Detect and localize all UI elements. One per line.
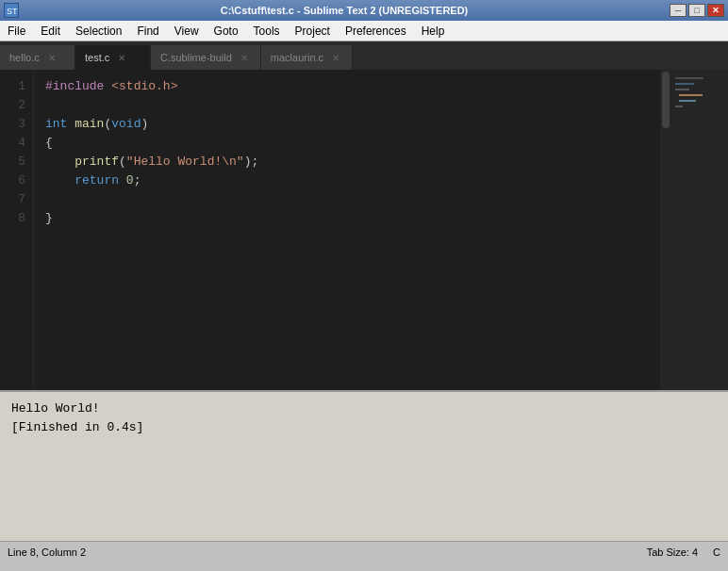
- maximize-button[interactable]: □: [688, 4, 705, 17]
- minimap[interactable]: [671, 70, 728, 390]
- title-bar: ST C:\Cstuff\test.c - Sublime Text 2 (UN…: [0, 0, 728, 21]
- editor-container: 1 2 3 4 5 6 7 8 #include <stdio.h> int m…: [0, 70, 728, 390]
- output-line-2: [Finished in 0.4s]: [11, 418, 717, 437]
- tab-hello-c[interactable]: hello.c ✕: [0, 45, 75, 70]
- tab-close-sublime-build[interactable]: ✕: [238, 51, 251, 64]
- menu-edit[interactable]: Edit: [33, 21, 68, 41]
- scrollbar-thumb[interactable]: [662, 72, 670, 128]
- menu-tools[interactable]: Tools: [246, 21, 288, 41]
- tab-label-hello-c: hello.c: [9, 52, 40, 63]
- line-num-4: 4: [8, 134, 25, 153]
- tab-bar: hello.c ✕ test.c ✕ C.sublime-build ✕ mac…: [0, 41, 728, 70]
- menu-bar: File Edit Selection Find View Goto Tools…: [0, 21, 728, 41]
- line-num-6: 6: [8, 171, 25, 190]
- code-line-6: return 0;: [45, 171, 649, 190]
- code-line-4: {: [45, 134, 649, 153]
- code-line-1: #include <stdio.h>: [45, 77, 649, 96]
- code-line-2: [45, 96, 649, 115]
- minimize-button[interactable]: ─: [670, 4, 687, 17]
- app-icon: ST: [4, 3, 19, 18]
- code-line-8: }: [45, 209, 649, 228]
- svg-rect-7: [679, 100, 696, 102]
- tab-label-sublime-build: C.sublime-build: [160, 52, 232, 63]
- menu-preferences[interactable]: Preferences: [338, 21, 414, 41]
- line-num-2: 2: [8, 96, 25, 115]
- minimap-svg: [673, 73, 726, 130]
- line-num-8: 8: [8, 209, 25, 228]
- cursor-position: Line 8, Column 2: [8, 547, 86, 558]
- code-line-3: int main(void): [45, 115, 649, 134]
- menu-view[interactable]: View: [167, 21, 207, 41]
- close-button[interactable]: ✕: [707, 4, 724, 17]
- line-num-3: 3: [8, 115, 25, 134]
- svg-rect-4: [675, 83, 694, 85]
- menu-project[interactable]: Project: [288, 21, 338, 41]
- status-left: Line 8, Column 2: [8, 547, 86, 558]
- line-num-7: 7: [8, 190, 25, 209]
- svg-rect-6: [679, 94, 703, 96]
- code-line-5: printf("Hello World!\n");: [45, 153, 649, 171]
- output-panel: Hello World! [Finished in 0.4s]: [0, 390, 728, 541]
- menu-file[interactable]: File: [0, 21, 33, 41]
- window-title: C:\Cstuff\test.c - Sublime Text 2 (UNREG…: [23, 5, 666, 16]
- status-right: Tab Size: 4 C: [647, 547, 720, 558]
- code-editor[interactable]: #include <stdio.h> int main(void) { prin…: [34, 70, 660, 390]
- scrollbar[interactable]: [660, 70, 671, 390]
- output-line-1: Hello World!: [11, 400, 717, 418]
- svg-text:ST: ST: [7, 7, 18, 16]
- tab-size: Tab Size: 4: [647, 547, 698, 558]
- tab-label-test-c: test.c: [85, 52, 109, 63]
- tab-close-maclaurin-c[interactable]: ✕: [329, 51, 342, 64]
- window-controls: ─ □ ✕: [670, 4, 724, 17]
- line-num-1: 1: [8, 77, 25, 96]
- tab-close-test-c[interactable]: ✕: [115, 51, 128, 64]
- menu-goto[interactable]: Goto: [207, 21, 246, 41]
- tab-label-maclaurin-c: maclaurin.c: [271, 52, 323, 63]
- tab-sublime-build[interactable]: C.sublime-build ✕: [151, 45, 261, 70]
- svg-rect-8: [675, 106, 683, 107]
- line-numbers: 1 2 3 4 5 6 7 8: [0, 70, 34, 390]
- line-num-5: 5: [8, 153, 25, 171]
- svg-rect-5: [675, 89, 689, 90]
- menu-selection[interactable]: Selection: [68, 21, 129, 41]
- svg-rect-3: [675, 77, 703, 79]
- syntax-label: C: [713, 547, 720, 558]
- tab-test-c[interactable]: test.c ✕: [75, 45, 151, 70]
- menu-help[interactable]: Help: [414, 21, 453, 41]
- code-line-7: [45, 190, 649, 209]
- tab-close-hello-c[interactable]: ✕: [45, 51, 58, 64]
- menu-find[interactable]: Find: [129, 21, 166, 41]
- code-area[interactable]: 1 2 3 4 5 6 7 8 #include <stdio.h> int m…: [0, 70, 660, 390]
- status-bar: Line 8, Column 2 Tab Size: 4 C: [0, 541, 728, 562]
- tab-maclaurin-c[interactable]: maclaurin.c ✕: [261, 45, 353, 70]
